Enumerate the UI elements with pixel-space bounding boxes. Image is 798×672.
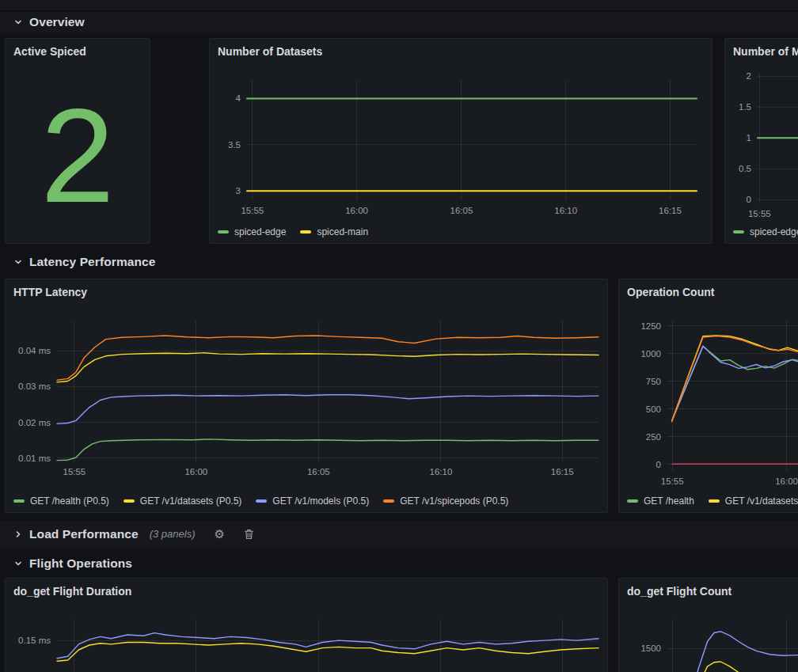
panel-title[interactable]: HTTP Latency xyxy=(6,279,607,298)
panel-title[interactable]: do_get Flight Duration xyxy=(6,579,607,598)
svg-text:1500: 1500 xyxy=(640,644,661,653)
legend-swatch xyxy=(383,499,394,503)
svg-text:0: 0 xyxy=(656,460,661,469)
panel-number-of-datasets: Number of Datasets 15:5516:0016:0516:101… xyxy=(209,38,712,244)
legend-label: GET /v1/datasets xyxy=(725,495,798,507)
svg-text:15:55: 15:55 xyxy=(241,206,264,215)
panel-do-get-flight-count: do_get Flight Count 15:5516:001500 xyxy=(618,578,798,672)
panel-title[interactable]: Number of Models xyxy=(725,39,798,58)
panel-count-note: (3 panels) xyxy=(150,528,196,540)
legend-item[interactable]: GET /health xyxy=(627,495,694,507)
svg-text:1.5: 1.5 xyxy=(739,102,751,112)
chevron-down-icon[interactable] xyxy=(13,558,24,569)
panel-title[interactable]: Active Spiced xyxy=(6,39,150,58)
legend-swatch xyxy=(218,230,229,233)
svg-text:16:10: 16:10 xyxy=(430,467,453,476)
svg-text:500: 500 xyxy=(646,404,661,414)
chevron-down-icon[interactable] xyxy=(13,17,24,28)
svg-text:0.01 ms: 0.01 ms xyxy=(18,454,51,463)
svg-text:16:00: 16:00 xyxy=(345,206,368,215)
legend-item[interactable]: spiced-edge xyxy=(733,226,798,237)
svg-text:0.03 ms: 0.03 ms xyxy=(18,382,51,391)
panel-title[interactable]: Number of Datasets xyxy=(210,39,712,58)
flight-duration-chart[interactable]: 15:5516:0016:0516:1016:150.15 ms xyxy=(6,606,605,672)
svg-text:750: 750 xyxy=(646,377,661,386)
svg-text:15:55: 15:55 xyxy=(748,209,771,218)
svg-text:16:00: 16:00 xyxy=(184,467,207,476)
legend-label: GET /v1/datasets (P0.5) xyxy=(140,495,242,507)
section-row-load-performance[interactable]: Load Performance (3 panels) ⚙ xyxy=(0,521,798,547)
trash-icon[interactable] xyxy=(244,529,254,540)
svg-text:16:15: 16:15 xyxy=(659,206,682,215)
chart-legend: spiced-edge xyxy=(733,226,798,237)
svg-text:1: 1 xyxy=(747,133,751,142)
legend-item[interactable]: GET /health (P0.5) xyxy=(13,495,109,507)
chart-legend: GET /health (P0.5)GET /v1/datasets (P0.5… xyxy=(13,495,508,507)
grafana-dashboard: { "theme": { "green": "#73bf69", "yellow… xyxy=(0,0,798,672)
section-row-latency-performance[interactable]: Latency Performance xyxy=(0,250,798,274)
stat-value: 2 xyxy=(6,69,150,243)
svg-text:2: 2 xyxy=(747,71,751,81)
svg-text:1000: 1000 xyxy=(640,349,661,359)
datasets-chart[interactable]: 15:5516:0016:0516:1016:1543.53 xyxy=(211,67,709,224)
svg-text:0: 0 xyxy=(747,195,751,204)
gear-icon[interactable]: ⚙ xyxy=(215,528,225,540)
panel-operation-count: Operation Count 15:5516:0012501000750500… xyxy=(618,279,798,513)
legend-item[interactable]: spiced-edge xyxy=(218,226,286,237)
svg-text:15:55: 15:55 xyxy=(661,476,684,486)
svg-text:1250: 1250 xyxy=(640,321,661,331)
legend-swatch xyxy=(627,499,638,503)
operation-count-chart[interactable]: 15:5516:00125010007505002500 xyxy=(620,306,798,493)
svg-text:250: 250 xyxy=(646,432,661,442)
section-label-load-performance[interactable]: Load Performance xyxy=(29,527,139,541)
legend-item[interactable]: GET /v1/datasets xyxy=(709,495,798,507)
models-chart[interactable]: 15:5521.510.50 xyxy=(726,67,798,224)
svg-text:0.02 ms: 0.02 ms xyxy=(18,418,51,427)
section-label-flight-operations[interactable]: Flight Operations xyxy=(29,556,132,571)
svg-text:3: 3 xyxy=(236,186,241,196)
svg-text:4: 4 xyxy=(236,93,241,103)
legend-label: GET /v1/models (P0.5) xyxy=(272,495,369,507)
legend-label: spiced-edge xyxy=(234,226,286,237)
panel-number-of-models: Number of Models 15:5521.510.50 spiced-e… xyxy=(724,38,798,244)
svg-text:0.04 ms: 0.04 ms xyxy=(18,346,51,355)
section-label-overview[interactable]: Overview xyxy=(29,15,85,29)
legend-swatch xyxy=(13,499,25,503)
legend-swatch xyxy=(709,499,720,503)
svg-text:0.15 ms: 0.15 ms xyxy=(18,636,51,645)
legend-label: spiced-edge xyxy=(750,226,798,237)
chart-legend: GET /healthGET /v1/datasets xyxy=(627,495,798,507)
svg-text:0.5: 0.5 xyxy=(739,164,751,173)
section-label-latency-performance[interactable]: Latency Performance xyxy=(29,255,156,269)
legend-item[interactable]: spiced-main xyxy=(300,226,368,237)
top-strip xyxy=(0,0,798,11)
svg-text:16:15: 16:15 xyxy=(551,467,574,476)
legend-swatch xyxy=(124,499,135,503)
svg-text:15:55: 15:55 xyxy=(63,467,86,476)
legend-item[interactable]: GET /v1/models (P0.5) xyxy=(256,495,369,507)
svg-text:16:05: 16:05 xyxy=(450,206,473,215)
chevron-down-icon[interactable] xyxy=(13,256,24,268)
legend-label: spiced-main xyxy=(317,226,368,237)
section-row-flight-operations[interactable]: Flight Operations xyxy=(0,552,798,575)
panel-title[interactable]: Operation Count xyxy=(619,279,798,298)
chevron-right-icon[interactable] xyxy=(13,529,24,540)
svg-text:16:10: 16:10 xyxy=(554,206,577,215)
legend-item[interactable]: GET /v1/datasets (P0.5) xyxy=(124,495,242,507)
flight-count-chart[interactable]: 15:5516:001500 xyxy=(620,606,798,672)
legend-label: GET /health xyxy=(644,495,694,507)
svg-text:3.5: 3.5 xyxy=(228,140,241,150)
panel-do-get-flight-duration: do_get Flight Duration 15:5516:0016:0516… xyxy=(5,578,608,672)
panel-http-latency: HTTP Latency 15:5516:0016:0516:1016:150.… xyxy=(5,279,608,513)
http-latency-chart[interactable]: 15:5516:0016:0516:1016:150.04 ms0.03 ms0… xyxy=(6,306,605,493)
panel-active-spiced: Active Spiced 2 xyxy=(5,38,150,244)
legend-item[interactable]: GET /v1/spicepods (P0.5) xyxy=(383,495,508,507)
svg-text:16:00: 16:00 xyxy=(775,476,798,486)
legend-swatch xyxy=(256,499,267,503)
svg-text:16:05: 16:05 xyxy=(307,467,330,476)
panel-title[interactable]: do_get Flight Count xyxy=(619,579,798,598)
legend-swatch xyxy=(300,230,311,233)
section-row-overview[interactable]: Overview xyxy=(0,11,798,32)
legend-label: GET /health (P0.5) xyxy=(30,495,109,507)
chart-legend: spiced-edgespiced-main xyxy=(218,226,368,237)
